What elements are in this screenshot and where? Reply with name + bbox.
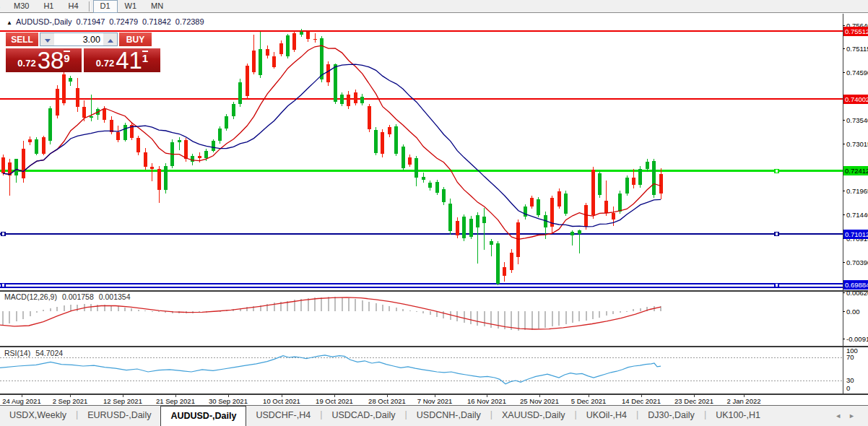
chart-tab-uk100-h1[interactable]: UK100-,H1 [706, 406, 770, 426]
volume-input[interactable]: 3.00 [54, 33, 103, 45]
macd-histogram-bar [578, 311, 580, 321]
macd-histogram-bar [620, 311, 621, 313]
hline-handle[interactable] [775, 232, 778, 236]
hline-0.72412[interactable] [0, 170, 843, 172]
candle-body [218, 129, 222, 141]
candle-body [496, 243, 500, 284]
buy-button[interactable]: BUY [119, 32, 152, 46]
trading-platform-window: 5 M30H1H4D1W1MN 0.756400.751150.745900.7… [0, 0, 868, 426]
candle-body [422, 177, 425, 180]
candle-body [604, 201, 608, 214]
candle-body [150, 167, 154, 169]
candle-body [35, 139, 38, 154]
macd-histogram-bar [158, 311, 160, 312]
timeframe-button-h1[interactable]: H1 [36, 0, 61, 13]
ask-pip-digit: 1 [142, 51, 148, 64]
chart-tab-eurusd-daily[interactable]: EURUSD-,Daily [78, 406, 160, 426]
macd-histogram-bar [362, 300, 363, 311]
timeframe-button-w1[interactable]: W1 [118, 0, 144, 13]
tab-scroll-left-icon[interactable]: ◄ [835, 412, 849, 420]
separator-main-macd[interactable] [0, 290, 868, 292]
timeframe-button-m30[interactable]: M30 [6, 0, 36, 13]
separator-macd-rsi[interactable] [0, 346, 868, 347]
symbol-tab-bar: USDX,Weekly|EURUSD-,DailyAUDUSD-,DailyUS… [0, 405, 868, 426]
macd-histogram-bar [355, 299, 356, 311]
candle-body [503, 267, 506, 276]
candle-body [435, 182, 439, 193]
timeframe-button-d1[interactable]: D1 [93, 0, 118, 13]
candle-body [198, 156, 201, 158]
candle-body [402, 147, 405, 168]
hline-0.75512[interactable] [0, 30, 843, 32]
sell-button[interactable]: SELL [6, 32, 38, 46]
hline-handle[interactable] [775, 169, 778, 173]
candle-body [123, 125, 127, 140]
ohlc-close: 0.72389 [175, 17, 204, 26]
volume-increase-button[interactable] [103, 33, 117, 45]
macd-histogram-bar [612, 311, 614, 314]
candle-body [524, 207, 527, 217]
candle-body [22, 149, 25, 178]
macd-histogram-bar [97, 305, 98, 311]
timeframe-button-mn[interactable]: MN [144, 0, 170, 13]
candle-body [381, 132, 384, 154]
candle-body [537, 199, 540, 215]
macd-histogram-bar [660, 306, 661, 312]
candle-body [164, 166, 168, 190]
hline-handle[interactable] [1, 283, 5, 287]
timeframe-button-clipped[interactable]: 5 [0, 2, 6, 11]
candle-body [374, 130, 378, 153]
separator-rsi-dates[interactable] [0, 394, 868, 395]
candle-body [557, 191, 561, 207]
chart-tab-ukoil-h4[interactable]: UKOil-,H4 [577, 406, 636, 426]
chart-tab-xauusd-daily[interactable]: XAUUSD-,Daily [492, 406, 575, 426]
candle-body [82, 107, 86, 118]
hline-0.74002[interactable] [0, 98, 843, 100]
ask-price-box[interactable]: 0.72 41 1 [84, 48, 160, 72]
macd-histogram-bar [50, 308, 51, 311]
hline-handle[interactable] [775, 283, 778, 287]
hline-0.69884[interactable] [0, 287, 843, 288]
candle-body [178, 140, 181, 142]
candle-body [625, 178, 629, 193]
chart-tab-usdchf-h4[interactable]: USDCHF-,H4 [246, 406, 320, 426]
chart-tab-usdx-weekly[interactable]: USDX,Weekly [0, 406, 76, 426]
macd-histogram-bar [348, 298, 350, 311]
candle-body [482, 217, 486, 223]
macd-histogram-bar [22, 311, 24, 319]
hline-0.71012[interactable] [0, 233, 843, 235]
ohlc-open: 0.71947 [77, 17, 105, 26]
date-label: 19 Oct 2021 [316, 397, 353, 405]
toolbar-separator [89, 1, 90, 12]
chart-tab-dj30-daily[interactable]: DJ30-,Daily [638, 406, 704, 426]
macd-histogram-bar [484, 311, 485, 326]
macd-histogram-bar [477, 311, 478, 326]
candle-body [28, 139, 32, 142]
chart-tab-usdcnh-daily[interactable]: USDCNH-,Daily [407, 406, 490, 426]
chart-tab-audusd-daily[interactable]: AUDUSD-,Daily [160, 406, 246, 426]
macd-histogram-bar [308, 298, 309, 311]
candle-body [286, 35, 290, 56]
date-label: 12 Sep 2021 [103, 397, 142, 405]
bid-price-box[interactable]: 0.72 38 9 [6, 48, 82, 72]
candle-body [638, 169, 642, 186]
rsi-tick-label: 70 [846, 353, 854, 361]
chart-tab-usdcad-daily[interactable]: USDCAD-,Daily [322, 406, 404, 426]
collapse-triangle-icon[interactable]: ▲ [6, 19, 12, 26]
bid-prefix: 0.72 [17, 58, 35, 69]
timeframe-button-h4[interactable]: H4 [61, 0, 85, 13]
hline-0.69884[interactable] [0, 283, 843, 284]
date-label: 10 Oct 2021 [263, 397, 300, 405]
candle-body [326, 64, 330, 82]
volume-decrease-button[interactable] [40, 33, 54, 45]
tab-scroll-right-icon[interactable]: ► [849, 412, 862, 420]
price-tick-label: 0.70390 [846, 258, 868, 266]
hline-handle[interactable] [1, 232, 5, 236]
price-tag-label: 0.71012 [845, 230, 868, 238]
bid-big-digits: 38 [38, 49, 64, 71]
macd-histogram-bar [300, 299, 302, 311]
macd-histogram-bar [368, 302, 370, 311]
candle-body [1, 157, 5, 174]
macd-histogram-bar [389, 306, 390, 311]
date-label: 24 Aug 2021 [2, 397, 40, 405]
